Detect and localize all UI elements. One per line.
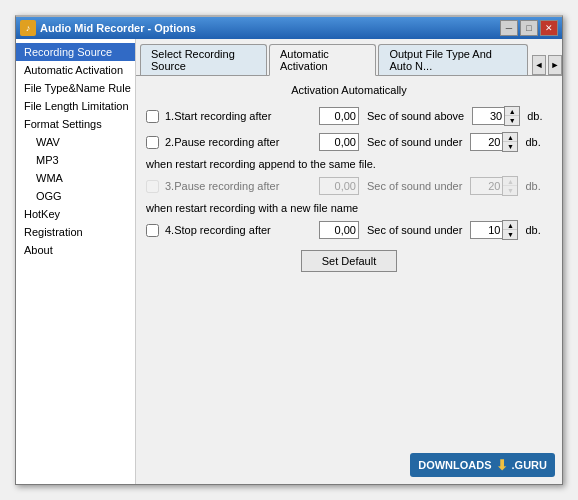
row4-spinner-down[interactable]: ▼	[503, 230, 517, 239]
main-window: ♪ Audio Mid Recorder - Options ─ □ ✕ Rec…	[15, 15, 563, 485]
row1-spinner-up[interactable]: ▲	[505, 107, 519, 116]
row4-db-label: db.	[525, 224, 540, 236]
tab-output-file-type[interactable]: Output File Type And Auto N...	[378, 44, 527, 75]
maximize-button[interactable]: □	[520, 20, 538, 36]
sidebar: Recording Source Automatic Activation Fi…	[16, 39, 136, 484]
row4-spinner-buttons: ▲ ▼	[502, 220, 518, 240]
row2-value[interactable]	[319, 133, 359, 151]
row2-sec-label: Sec of sound under	[367, 136, 462, 148]
tab-prev-button[interactable]: ◄	[532, 55, 546, 75]
row3-spinner-buttons: ▲ ▼	[502, 176, 518, 196]
row4-spinner-up[interactable]: ▲	[503, 221, 517, 230]
activation-row-1: 1.Start recording after Sec of sound abo…	[146, 106, 552, 126]
main-content: Select Recording Source Automatic Activa…	[136, 39, 562, 484]
row3-sec-label: Sec of sound under	[367, 180, 462, 192]
row2-spinner-buttons: ▲ ▼	[502, 132, 518, 152]
sidebar-item-file-length[interactable]: File Length Limitation	[16, 97, 135, 115]
row1-spinner-down[interactable]: ▼	[505, 116, 519, 125]
row2-checkbox[interactable]	[146, 136, 159, 149]
tab-next-button[interactable]: ►	[548, 55, 562, 75]
section-title: Activation Automatically	[146, 84, 552, 96]
sidebar-item-mp3[interactable]: MP3	[16, 151, 135, 169]
row3-value[interactable]	[319, 177, 359, 195]
row3-spinner: ▲ ▼	[470, 176, 518, 196]
row1-value[interactable]	[319, 107, 359, 125]
minimize-button[interactable]: ─	[500, 20, 518, 36]
app-icon: ♪	[20, 20, 36, 36]
activation-row-4: 4.Stop recording after Sec of sound unde…	[146, 220, 552, 240]
watermark-suffix: .GURU	[512, 459, 547, 471]
row4-spinner: ▲ ▼	[470, 220, 518, 240]
sidebar-item-file-type[interactable]: File Type&Name Rule	[16, 79, 135, 97]
set-default-button[interactable]: Set Default	[301, 250, 397, 272]
activation-row-3: 3.Pause recording after Sec of sound und…	[146, 176, 552, 196]
row3-spinner-up[interactable]: ▲	[503, 177, 517, 186]
close-button[interactable]: ✕	[540, 20, 558, 36]
row4-checkbox[interactable]	[146, 224, 159, 237]
tab-automatic-activation[interactable]: Automatic Activation	[269, 44, 376, 76]
sidebar-item-wma[interactable]: WMA	[16, 169, 135, 187]
sidebar-item-recording-source[interactable]: Recording Source	[16, 43, 135, 61]
sidebar-item-format-settings[interactable]: Format Settings	[16, 115, 135, 133]
title-bar: ♪ Audio Mid Recorder - Options ─ □ ✕	[16, 17, 562, 39]
row1-checkbox[interactable]	[146, 110, 159, 123]
activation-row-2: 2.Pause recording after Sec of sound und…	[146, 132, 552, 152]
row2-spinner-value[interactable]	[470, 133, 502, 151]
row1-sec-label: Sec of sound above	[367, 110, 464, 122]
row4-label: 4.Stop recording after	[165, 224, 315, 236]
row4-spinner-value[interactable]	[470, 221, 502, 239]
tab-select-recording-source[interactable]: Select Recording Source	[140, 44, 267, 75]
sidebar-item-registration[interactable]: Registration	[16, 223, 135, 241]
row3-db-label: db.	[525, 180, 540, 192]
sidebar-item-wav[interactable]: WAV	[16, 133, 135, 151]
watermark-arrow-icon: ⬇	[496, 457, 508, 473]
row3-label: 3.Pause recording after	[165, 180, 315, 192]
row1-label: 1.Start recording after	[165, 110, 315, 122]
watermark: DOWNLOADS ⬇ .GURU	[410, 453, 555, 477]
row2-spinner-down[interactable]: ▼	[503, 142, 517, 151]
window-body: Recording Source Automatic Activation Fi…	[16, 39, 562, 484]
row2-db-label: db.	[525, 136, 540, 148]
row2-label: 2.Pause recording after	[165, 136, 315, 148]
note1-text: when restart recording append to the sam…	[146, 158, 552, 170]
window-title: Audio Mid Recorder - Options	[40, 22, 500, 34]
sidebar-item-about[interactable]: About	[16, 241, 135, 259]
row1-spinner: ▲ ▼	[472, 106, 520, 126]
sidebar-item-hotkey[interactable]: HotKey	[16, 205, 135, 223]
row4-value[interactable]	[319, 221, 359, 239]
row2-spinner: ▲ ▼	[470, 132, 518, 152]
tab-content: Activation Automatically 1.Start recordi…	[136, 76, 562, 484]
sidebar-item-ogg[interactable]: OGG	[16, 187, 135, 205]
sidebar-item-automatic-activation[interactable]: Automatic Activation	[16, 61, 135, 79]
row4-sec-label: Sec of sound under	[367, 224, 462, 236]
row1-spinner-value[interactable]	[472, 107, 504, 125]
row3-checkbox[interactable]	[146, 180, 159, 193]
tabs-bar: Select Recording Source Automatic Activa…	[136, 39, 562, 76]
title-bar-buttons: ─ □ ✕	[500, 20, 558, 36]
note2-text: when restart recording with a new file n…	[146, 202, 552, 214]
row2-spinner-up[interactable]: ▲	[503, 133, 517, 142]
row3-spinner-down[interactable]: ▼	[503, 186, 517, 195]
row3-spinner-value[interactable]	[470, 177, 502, 195]
watermark-text: DOWNLOADS	[418, 459, 491, 471]
row1-db-label: db.	[527, 110, 542, 122]
row1-spinner-buttons: ▲ ▼	[504, 106, 520, 126]
